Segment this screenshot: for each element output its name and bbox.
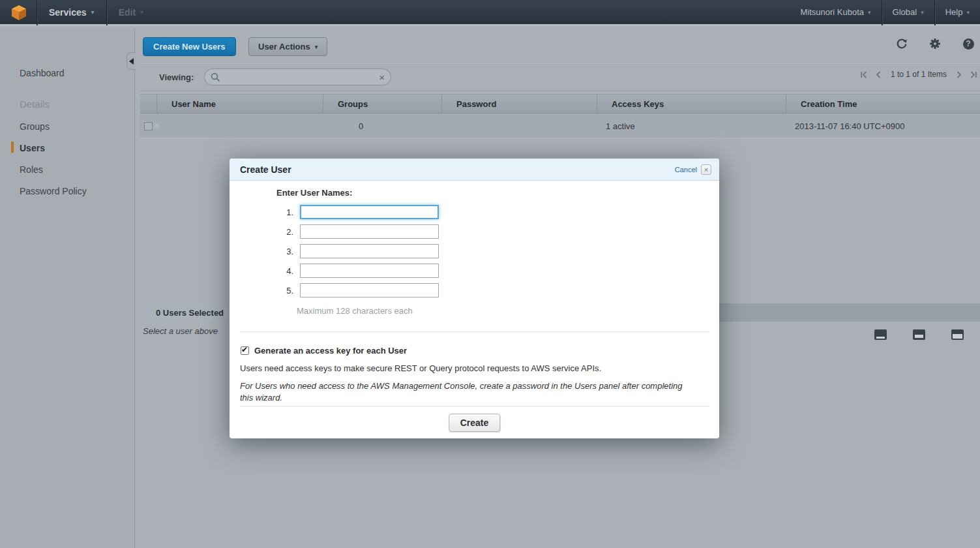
chevron-down-icon: ▾: [921, 9, 924, 16]
console-password-note: For Users who need access to the AWS Man…: [240, 380, 685, 404]
filter-row: Viewing: × 1 to 1 of 1 Items: [140, 63, 980, 91]
select-user-hint: Select a user above: [143, 326, 218, 336]
create-button[interactable]: Create: [449, 414, 501, 432]
toolbar-icons: ?: [874, 38, 974, 50]
checkbox-column-header: [140, 95, 156, 113]
pagination-text: 1 to 1 of 1 Items: [891, 70, 947, 79]
table-row[interactable]: 0 1 active 2013-11-07 16:40 UTC+0900: [140, 114, 980, 138]
nav-edit-menu[interactable]: Edit ▾: [107, 0, 155, 24]
user-name-input-1[interactable]: [300, 205, 439, 219]
row-checkbox[interactable]: [144, 122, 153, 130]
user-name-input-3[interactable]: [300, 244, 439, 258]
cell-creation-time: 2013-11-07 16:40 UTC+0900: [786, 121, 980, 131]
region-label: Global: [893, 7, 917, 17]
next-page-icon[interactable]: [955, 70, 963, 79]
users-table-header: User Name Groups Password Access Keys Cr…: [140, 94, 980, 114]
prev-page-icon[interactable]: [874, 70, 883, 79]
last-page-icon[interactable]: [969, 70, 977, 79]
search-icon: [211, 72, 220, 82]
nav-left-group: Services ▾ Edit ▾: [0, 0, 155, 24]
close-icon[interactable]: ×: [701, 164, 711, 175]
enter-user-names-label: Enter User Names:: [276, 188, 352, 198]
help-label: Help: [945, 7, 963, 17]
viewing-label: Viewing:: [159, 72, 194, 82]
row-number-label: 2.: [276, 227, 293, 237]
sidebar-collapse-toggle[interactable]: [126, 52, 136, 70]
chevron-down-icon: ▾: [140, 8, 143, 16]
sidebar-section-details: Details: [20, 99, 50, 110]
refresh-icon[interactable]: [896, 38, 908, 50]
column-header-creation-time[interactable]: Creation Time: [786, 95, 980, 113]
column-header-access-keys[interactable]: Access Keys: [597, 95, 786, 113]
cell-access-keys: 1 active: [597, 121, 786, 131]
sidebar-item-users[interactable]: Users: [20, 143, 45, 153]
sidebar: Dashboard Details Groups Users Roles Pas…: [0, 28, 135, 548]
nav-services-menu[interactable]: Services ▾: [37, 0, 106, 24]
chevron-down-icon: ▾: [315, 44, 318, 50]
pane-split-icon[interactable]: [913, 329, 925, 340]
pagination: 1 to 1 of 1 Items: [860, 70, 977, 79]
column-header-user-name[interactable]: User Name: [156, 95, 323, 113]
sidebar-item-password-policy[interactable]: Password Policy: [20, 186, 87, 196]
first-page-icon[interactable]: [860, 70, 869, 79]
row-number-label: 5.: [276, 286, 293, 296]
nav-right-group: Mitsunori Kubota ▾ Global ▾ Help ▾: [790, 0, 980, 24]
user-name-input-2[interactable]: [300, 224, 439, 239]
max-characters-hint: Maximum 128 characters each: [297, 306, 413, 316]
checkmark-icon: ✔: [241, 345, 248, 354]
help-icon[interactable]: ?: [962, 38, 974, 50]
user-name-input-5[interactable]: [300, 283, 439, 297]
row-number-label: 1.: [276, 207, 293, 217]
sidebar-item-dashboard[interactable]: Dashboard: [20, 68, 65, 78]
divider: [240, 331, 709, 332]
divider: [240, 406, 709, 406]
modal-header: Create User Cancel ×: [230, 159, 719, 181]
generate-access-key-label[interactable]: Generate an access key for each User: [254, 346, 407, 356]
clear-search-icon[interactable]: ×: [379, 72, 385, 82]
column-header-groups[interactable]: Groups: [323, 95, 441, 113]
pane-expanded-icon[interactable]: [951, 329, 964, 340]
pane-layout-controls: [848, 329, 964, 340]
nav-account-menu[interactable]: Mitsunori Kubota ▾: [790, 0, 882, 24]
generate-access-key-row: ✔ Generate an access key for each User: [241, 346, 407, 356]
settings-gear-icon[interactable]: [929, 38, 941, 50]
user-name-input-4[interactable]: [300, 264, 439, 278]
chevron-down-icon: ▾: [91, 8, 95, 16]
nav-help-menu[interactable]: Help ▾: [935, 0, 980, 24]
active-item-marker: [11, 142, 14, 153]
cancel-link[interactable]: Cancel: [675, 166, 697, 174]
sidebar-item-groups[interactable]: Groups: [20, 121, 50, 132]
chevron-down-icon: ▾: [966, 9, 970, 16]
pane-minimized-icon[interactable]: [874, 329, 887, 340]
chevron-down-icon: ▾: [868, 9, 871, 16]
create-new-users-button[interactable]: Create New Users: [143, 37, 236, 56]
create-user-modal: Create User Cancel × Enter User Names: 1…: [230, 159, 719, 438]
top-nav-bar: Services ▾ Edit ▾ Mitsunori Kubota ▾ Glo…: [0, 0, 980, 26]
nav-services-label: Services: [49, 7, 87, 18]
question-mark-glyph: ?: [963, 38, 974, 50]
sidebar-item-roles[interactable]: Roles: [20, 164, 43, 175]
row-number-label: 3.: [276, 247, 293, 256]
generate-access-key-checkbox[interactable]: ✔: [241, 346, 249, 355]
user-actions-label: User Actions: [258, 42, 310, 52]
account-name-label: Mitsunori Kubota: [801, 7, 865, 17]
search-box[interactable]: ×: [204, 68, 391, 85]
modal-title: Create User: [240, 164, 291, 175]
user-actions-button[interactable]: User Actions ▾: [248, 37, 327, 56]
nav-region-menu[interactable]: Global ▾: [882, 0, 934, 24]
collapse-arrow-icon: [129, 58, 134, 65]
access-keys-description: Users need access keys to make secure RE…: [240, 363, 696, 373]
cell-groups: 0: [323, 121, 441, 131]
aws-logo-icon[interactable]: [10, 4, 27, 21]
search-input[interactable]: [224, 72, 375, 82]
column-header-password[interactable]: Password: [441, 95, 597, 113]
selected-count-tab: 0 Users Selected: [140, 303, 231, 322]
nav-edit-label: Edit: [119, 7, 136, 18]
row-number-label: 4.: [276, 266, 293, 276]
